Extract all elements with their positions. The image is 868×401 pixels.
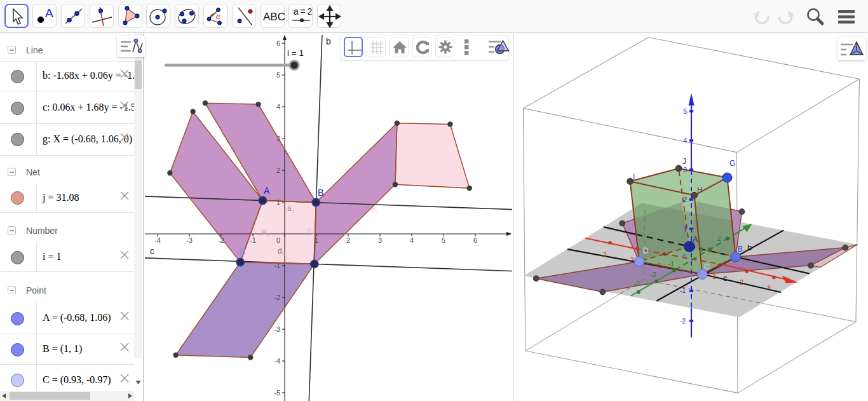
svg-text:G: G <box>729 159 735 168</box>
svg-text:0: 0 <box>276 236 280 244</box>
svg-text:4: 4 <box>410 236 414 244</box>
svg-text:b: b <box>326 36 331 46</box>
svg-text:a = 2: a = 2 <box>294 6 313 17</box>
svg-text:D: D <box>239 247 245 257</box>
svg-text:-2: -2 <box>274 294 280 301</box>
svg-text:c: c <box>150 246 154 256</box>
svg-text:5: 5 <box>683 107 687 115</box>
svg-text:3: 3 <box>767 284 771 292</box>
svg-text:4: 4 <box>276 103 280 111</box>
svg-text:1: 1 <box>700 245 703 253</box>
svg-text:c: c <box>723 273 728 283</box>
svg-text:i = 1: i = 1 <box>287 48 304 58</box>
svg-text:ABC: ABC <box>263 11 285 23</box>
svg-text:e1: e1 <box>372 205 379 215</box>
svg-text:0: 0 <box>682 253 686 261</box>
svg-text:-4: -4 <box>274 357 280 365</box>
svg-text:1: 1 <box>712 273 716 280</box>
svg-text:-3: -3 <box>274 325 280 333</box>
svg-text:2: 2 <box>276 167 280 174</box>
svg-text:-1: -1 <box>680 287 686 294</box>
svg-text:D: D <box>643 247 649 255</box>
svg-text:2: 2 <box>740 278 743 286</box>
svg-text:-1: -1 <box>668 260 674 268</box>
svg-text:b: b <box>747 243 752 252</box>
svg-text:-5: -5 <box>274 389 280 397</box>
svg-text:4: 4 <box>683 137 687 144</box>
svg-text:3: 3 <box>378 236 382 244</box>
svg-text:-2: -2 <box>651 271 656 278</box>
svg-text:3: 3 <box>683 166 687 173</box>
svg-text:B: B <box>738 245 743 254</box>
svg-text:1: 1 <box>276 198 280 206</box>
svg-text:1: 1 <box>683 225 687 233</box>
svg-text:2: 2 <box>717 234 721 242</box>
svg-text:-3: -3 <box>186 236 193 244</box>
svg-text:-1: -1 <box>655 262 661 269</box>
svg-text:-4: -4 <box>154 236 161 244</box>
svg-text:6: 6 <box>276 39 280 47</box>
svg-text:2: 2 <box>346 236 350 244</box>
svg-text:-1: -1 <box>250 236 256 244</box>
svg-text:-2: -2 <box>628 256 634 264</box>
svg-text:I: I <box>633 173 635 182</box>
svg-text:5: 5 <box>442 236 445 244</box>
svg-text:-2: -2 <box>680 317 686 325</box>
svg-text:H: H <box>697 186 703 194</box>
svg-text:A: A <box>264 186 270 196</box>
svg-text:A: A <box>693 235 698 244</box>
svg-text:J: J <box>682 157 686 166</box>
svg-text:2: 2 <box>683 196 687 203</box>
svg-text:B: B <box>318 187 323 198</box>
svg-text:5: 5 <box>276 71 280 79</box>
svg-text:-3: -3 <box>600 250 606 258</box>
svg-text:A: A <box>45 6 53 20</box>
svg-text:6: 6 <box>473 236 477 244</box>
svg-text:C: C <box>315 250 322 260</box>
svg-text:-3: -3 <box>634 280 639 287</box>
svg-text:α: α <box>216 12 220 21</box>
svg-text:C: C <box>704 262 710 271</box>
